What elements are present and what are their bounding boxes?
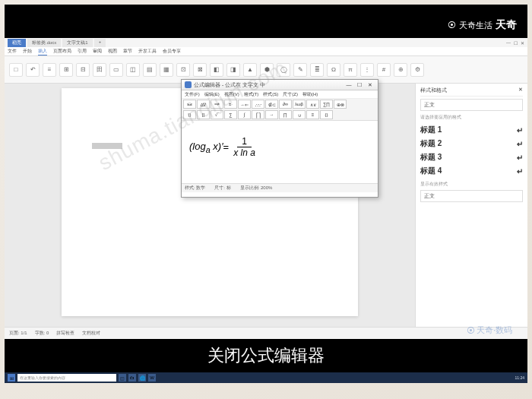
ribbon-tab-file[interactable]: 文件 <box>8 48 17 55</box>
toolbar-btn[interactable]: ⚙ <box>410 63 424 77</box>
ribbon-tab-dev[interactable]: 开发工具 <box>138 48 157 55</box>
ribbon-tab-review[interactable]: 审阅 <box>93 48 102 55</box>
windows-taskbar: ⊞ 在这里输入你要搜索的内容 ◫ 🗀 🌐 W 11:24 <box>5 372 527 383</box>
eq-tool[interactable]: ∫ <box>238 110 251 119</box>
eq-tool[interactable]: √‾ <box>211 110 223 119</box>
eq-tool[interactable]: ∪ <box>293 110 306 119</box>
show-value-box[interactable]: 正文 <box>420 190 523 202</box>
eq-menu-edit[interactable]: 编辑(E) <box>204 91 220 98</box>
ribbon-tab-ref[interactable]: 引用 <box>78 48 87 55</box>
toolbar-btn[interactable]: 田 <box>93 63 106 77</box>
status-words: 字数: 0 <box>35 330 49 337</box>
eq-tool[interactable]: ≤≥ <box>183 100 196 109</box>
explorer-icon[interactable]: 🗀 <box>128 374 136 382</box>
eq-menu-view[interactable]: 视图(V) <box>224 91 239 98</box>
eq-tool[interactable]: ∑∏ <box>320 100 333 109</box>
toolbar-btn[interactable]: Ω <box>327 63 340 77</box>
maximize-button[interactable]: ☐ <box>514 40 518 46</box>
eq-tool[interactable]: ∧∨ <box>306 100 319 109</box>
panel-close-icon[interactable]: ✕ <box>518 87 523 93</box>
toolbar-btn[interactable]: ▤ <box>143 63 157 77</box>
toolbar-btn[interactable]: ≣ <box>310 63 324 77</box>
eq-menu-style[interactable]: 样式(S) <box>263 91 278 98</box>
toolbar-btn[interactable]: ◨ <box>226 63 240 77</box>
ribbon-tab-view[interactable]: 视图 <box>108 48 117 55</box>
browser-icon[interactable]: 🌐 <box>138 374 146 382</box>
toolbar-btn[interactable]: ▦ <box>160 63 173 77</box>
toolbar-btn[interactable]: ▲ <box>243 63 257 77</box>
ribbon-tab-insert[interactable]: 插入 <box>38 48 47 55</box>
eq-tool[interactable]: ∉⊂ <box>265 100 278 109</box>
eq-tool[interactable]: λωβ <box>293 100 306 109</box>
eq-tool[interactable]: ⊕⊗ <box>334 100 347 109</box>
toolbar-btn[interactable]: □ <box>9 63 23 77</box>
toolbar-btn[interactable]: ⊕ <box>394 63 407 77</box>
text-cursor-selection <box>92 143 122 149</box>
toolbar-btn[interactable]: ⊟ <box>76 63 90 77</box>
taskview-icon[interactable]: ◫ <box>119 374 126 382</box>
toolbar-btn[interactable]: ◧ <box>210 63 223 77</box>
ribbon-tabs: 文件 开始 插入 页面布局 引用 审阅 视图 章节 开发工具 会员专享 <box>5 47 527 56</box>
ribbon-tab-start[interactable]: 开始 <box>23 48 32 55</box>
eq-tool[interactable]: ∆∇ <box>197 100 210 109</box>
eq-maximize-button[interactable]: ☐ <box>355 82 364 88</box>
eq-tool[interactable]: ≡ <box>306 110 319 119</box>
taskbar-search[interactable]: 在这里输入你要搜索的内容 <box>17 374 116 382</box>
tab-doc2[interactable]: 文字文稿1 <box>62 39 92 47</box>
toolbar-btn[interactable]: ⬢ <box>260 63 274 77</box>
eq-tool[interactable]: ∴∵ <box>252 100 264 109</box>
toolbar-btn[interactable]: ⋮ <box>360 63 374 77</box>
title-tabs: 稻壳 标签类.docx 文字文稿1 + <box>8 39 106 47</box>
eq-tool[interactable]: ±· <box>224 100 237 109</box>
eq-menu-format[interactable]: 格式(T) <box>244 91 259 98</box>
eq-tool[interactable]: [] <box>197 110 210 119</box>
eq-tool[interactable]: ⎡⎤ <box>252 110 264 119</box>
tab-new[interactable]: + <box>94 39 106 47</box>
toolbar-btn[interactable]: ≡ <box>43 63 56 77</box>
eq-tool[interactable]: ∑ <box>224 110 237 119</box>
eq-tool[interactable]: ≈≠ <box>211 100 223 109</box>
eq-minimize-button[interactable]: — <box>344 82 353 88</box>
eq-tool[interactable]: () <box>183 110 196 119</box>
toolbar-btn[interactable]: ⊡ <box>176 63 190 77</box>
toolbar-btn[interactable]: ▭ <box>109 63 123 77</box>
toolbar-btn[interactable]: ↶ <box>26 63 40 77</box>
eq-menu-file[interactable]: 文件(F) <box>185 91 200 98</box>
current-style-box[interactable]: 正文 <box>420 99 523 111</box>
system-tray[interactable]: 11:24 <box>515 375 524 380</box>
minimize-button[interactable]: — <box>506 40 511 46</box>
toolbar-btn[interactable]: π <box>344 63 357 77</box>
close-button[interactable]: ✕ <box>521 40 524 46</box>
toolbar-btn[interactable]: # <box>377 63 391 77</box>
status-doccheck[interactable]: 文档校对 <box>82 330 100 337</box>
eq-tool[interactable]: →⇐ <box>238 100 251 109</box>
style-heading3[interactable]: 标题 3↵ <box>420 150 523 164</box>
start-button[interactable]: ⊞ <box>8 374 15 382</box>
wps-icon[interactable]: W <box>148 374 156 382</box>
eq-tool[interactable]: → <box>265 110 278 119</box>
toolbar-btn[interactable]: ✎ <box>293 63 307 77</box>
eq-canvas[interactable]: (loga x)′ = 1 x ln a <box>182 121 378 183</box>
tab-doc1[interactable]: 标签类.docx <box>27 39 61 47</box>
toolbar-btn[interactable]: ◫ <box>126 63 140 77</box>
style-heading1[interactable]: 标题 1↵ <box>420 123 523 137</box>
eq-menu-help[interactable]: 帮助(H) <box>302 91 318 98</box>
toolbar-btn[interactable]: ◯ <box>277 63 290 77</box>
eq-titlebar[interactable]: 公式编辑器 - 公式在 文字文 中 — ☐ ✕ <box>182 80 378 90</box>
eq-tool[interactable]: {} <box>320 110 333 119</box>
eq-tool[interactable]: ∏ <box>279 110 292 119</box>
status-spell[interactable]: 拼写检查 <box>56 330 74 337</box>
style-heading2[interactable]: 标题 2↵ <box>420 137 523 150</box>
eq-close-button[interactable]: ✕ <box>366 82 375 88</box>
ribbon-tab-vip[interactable]: 会员专享 <box>163 48 181 55</box>
ribbon-tab-section[interactable]: 章节 <box>123 48 132 55</box>
toolbar-btn[interactable]: ⊞ <box>59 63 73 77</box>
panel-title: 样式和格式 ✕ <box>420 87 523 97</box>
tab-home[interactable]: 稻壳 <box>8 39 26 47</box>
brand-extra: 天奇 <box>496 18 517 32</box>
ribbon-tab-layout[interactable]: 页面布局 <box>53 48 71 55</box>
toolbar-btn[interactable]: ⊠ <box>193 63 207 77</box>
style-heading4[interactable]: 标题 4↵ <box>420 164 523 178</box>
eq-menu-size[interactable]: 尺寸(Z) <box>283 91 298 98</box>
eq-tool[interactable]: ∂∞ <box>279 100 292 109</box>
